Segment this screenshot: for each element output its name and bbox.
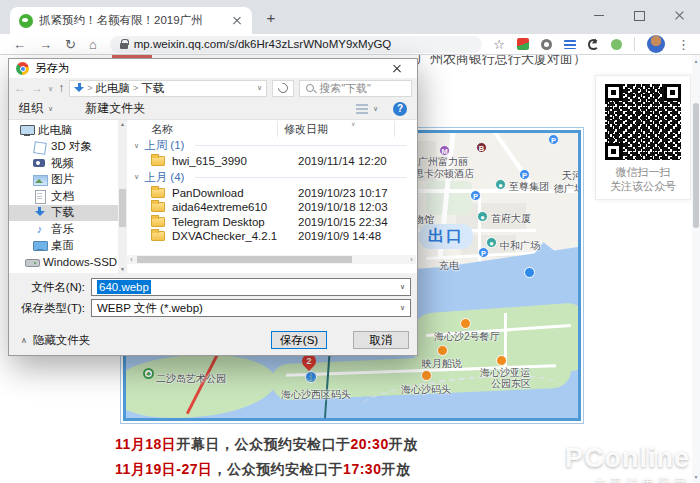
page-scrollbar-thumb[interactable] bbox=[693, 103, 699, 228]
extension-stripes-icon[interactable] bbox=[564, 40, 576, 49]
sidebar-item-downloads[interactable]: 下载 bbox=[9, 205, 127, 222]
cancel-button[interactable]: 取消 bbox=[353, 331, 409, 349]
dialog-close-icon[interactable] bbox=[384, 59, 410, 78]
extension-green-icon[interactable] bbox=[611, 39, 622, 50]
column-header-date[interactable]: 修改日期 bbox=[277, 121, 395, 137]
file-list-hscrollbar[interactable]: ‹ › bbox=[127, 255, 416, 264]
qr-card: 微信扫一扫 关注该公众号 bbox=[595, 75, 691, 200]
close-window-icon[interactable] bbox=[674, 10, 684, 20]
parking-icon: P bbox=[519, 169, 530, 180]
group-collapse-icon[interactable]: ∨ bbox=[134, 173, 139, 181]
tab-title: 抓紧预约！名额有限！2019广州 bbox=[39, 13, 221, 28]
save-button[interactable]: 保存(S) bbox=[271, 331, 327, 349]
group-header-last-week[interactable]: ∨ 上周 (1) bbox=[127, 137, 417, 154]
save-type-dropdown-icon[interactable]: ∨ bbox=[400, 304, 405, 312]
view-mode-icon[interactable] bbox=[356, 104, 368, 114]
browser-menu-icon[interactable]: ⋮ bbox=[677, 37, 690, 52]
3d-objects-icon bbox=[33, 141, 46, 153]
file-name: DXVAChecker_4.2.1 bbox=[172, 230, 298, 242]
home-icon[interactable]: ⌂ bbox=[89, 38, 97, 51]
group-collapse-icon[interactable]: ∨ bbox=[134, 142, 139, 150]
sidebar-item-3d-objects[interactable]: 3D 对象 bbox=[9, 139, 127, 156]
sidebar-item-pictures[interactable]: 图片 bbox=[9, 172, 127, 189]
nav-history-chevron-icon[interactable]: ∨ bbox=[48, 85, 53, 92]
filename-value[interactable]: 640.webp bbox=[97, 280, 151, 294]
bookmark-star-icon[interactable]: ☆ bbox=[493, 37, 505, 52]
dialog-footer: ∧ 隐藏文件夹 保存(S) 取消 bbox=[9, 330, 417, 350]
scrollbar-up-icon[interactable]: ▲ bbox=[118, 121, 127, 127]
filename-input[interactable]: 640.webp ∨ bbox=[91, 278, 411, 296]
tab-close-icon[interactable] bbox=[231, 15, 243, 27]
view-dropdown-icon[interactable]: ∨ bbox=[373, 105, 378, 113]
filename-dropdown-icon[interactable]: ∨ bbox=[400, 283, 405, 291]
search-box[interactable]: 搜索"下载" bbox=[299, 80, 412, 97]
scrollbar-down-icon[interactable]: ▼ bbox=[692, 474, 700, 480]
new-tab-button[interactable]: + bbox=[262, 9, 280, 27]
pier-icon bbox=[421, 370, 432, 381]
breadcrumb-this-pc[interactable]: 此电脑 bbox=[95, 81, 130, 96]
article-text-fragment: 广州农商银行总行大厦对面） bbox=[417, 55, 586, 68]
scrollbar-up-icon[interactable]: ▲ bbox=[692, 58, 700, 64]
schedule-text: 开幕日，公众预约安检口于 bbox=[176, 436, 350, 452]
browser-tab[interactable]: 抓紧预约！名额有限！2019广州 bbox=[10, 7, 252, 34]
extension-ring-icon[interactable] bbox=[541, 39, 552, 50]
sidebar-item-music[interactable]: ♪音乐 bbox=[9, 221, 127, 238]
new-folder-button[interactable]: 新建文件夹 bbox=[85, 100, 145, 117]
file-date: 2019/11/14 12:20 bbox=[298, 155, 387, 167]
back-icon[interactable]: ← bbox=[13, 38, 26, 51]
file-row[interactable]: PanDownload 2019/10/23 10:17 bbox=[127, 186, 417, 201]
column-header-name[interactable]: 名称 bbox=[127, 122, 277, 137]
maximize-icon[interactable] bbox=[634, 10, 644, 20]
nav-up-icon[interactable]: ↑ bbox=[58, 82, 64, 94]
qr-finder-icon bbox=[605, 84, 622, 101]
sidebar-item-this-pc[interactable]: 此电脑 bbox=[9, 122, 127, 139]
save-type-select[interactable]: WEBP 文件 (*.webp) ∨ bbox=[91, 299, 411, 317]
organize-dropdown-icon[interactable]: ∨ bbox=[48, 105, 53, 113]
extension-arrow-icon[interactable] bbox=[588, 39, 599, 50]
sidebar-scrollbar-thumb[interactable] bbox=[119, 189, 126, 227]
nav-back-icon[interactable]: ← bbox=[14, 82, 26, 94]
file-row[interactable]: DXVAChecker_4.2.1 2019/10/9 14:48 bbox=[127, 229, 417, 244]
qr-finder-icon bbox=[664, 84, 681, 101]
sidebar-item-documents[interactable]: 文档 bbox=[9, 188, 127, 205]
sidebar-label: 视频 bbox=[51, 156, 74, 171]
minimize-icon[interactable] bbox=[594, 10, 604, 20]
map-marker-2-number: 2 bbox=[302, 354, 316, 368]
breadcrumb-downloads[interactable]: 下载 bbox=[141, 81, 164, 96]
nav-forward-icon[interactable]: → bbox=[31, 82, 43, 94]
sidebar-item-desktop[interactable]: 桌面 bbox=[9, 238, 127, 255]
address-breadcrumb[interactable]: > 此电脑 > 下载 ∨ bbox=[69, 80, 267, 97]
sidebar-item-windows-ssd[interactable]: Windows-SSD (∨ bbox=[9, 254, 127, 271]
page-scrollbar[interactable]: ▲ ▼ bbox=[692, 55, 700, 483]
extension-downloader-icon[interactable] bbox=[517, 38, 529, 50]
scroll-left-icon[interactable]: ‹ bbox=[127, 255, 136, 264]
file-row[interactable]: aida64extreme610 2019/10/18 12:03 bbox=[127, 200, 417, 215]
sidebar-label: 图片 bbox=[51, 172, 74, 187]
map-label-exit: 出口 bbox=[419, 224, 473, 249]
refresh-button[interactable] bbox=[272, 80, 294, 97]
forward-icon[interactable]: → bbox=[39, 38, 52, 51]
browser-window: 抓紧预约！名额有限！2019广州 + ← → ↻ ⌂ mp.weixin.qq.… bbox=[0, 0, 700, 483]
sort-chevron-icon[interactable]: ∨ bbox=[351, 120, 355, 127]
hide-folders-button[interactable]: ∧ 隐藏文件夹 bbox=[21, 333, 90, 348]
url-text[interactable]: mp.weixin.qq.com/s/dk6Hr43zLsrWNoMY9xMyG… bbox=[134, 38, 392, 50]
organize-button[interactable]: 组织 bbox=[19, 100, 43, 117]
sidebar-item-videos[interactable]: 视频 bbox=[9, 155, 127, 172]
scrollbar-down-icon[interactable]: ▼ bbox=[118, 266, 127, 272]
group-label: 上周 (1) bbox=[144, 138, 184, 153]
wechat-favicon-icon bbox=[19, 14, 33, 28]
map-label-yayun2: 公园东区 bbox=[491, 377, 531, 391]
scroll-right-icon[interactable]: › bbox=[407, 255, 416, 264]
address-bar[interactable]: mp.weixin.qq.com/s/dk6Hr43zLsrWNoMY9xMyG… bbox=[110, 36, 482, 53]
dialog-titlebar[interactable]: 另存为 bbox=[9, 59, 417, 78]
sidebar-scrollbar[interactable]: ▲ ▼ bbox=[118, 120, 127, 273]
help-button[interactable]: ? bbox=[393, 102, 407, 116]
file-row[interactable]: hwi_615_3990 2019/11/14 12:20 bbox=[127, 154, 417, 169]
reload-icon[interactable]: ↻ bbox=[65, 38, 76, 51]
profile-avatar[interactable] bbox=[647, 35, 665, 53]
group-header-last-month[interactable]: ∨ 上月 (4) bbox=[127, 169, 417, 186]
address-dropdown-icon[interactable]: ∨ bbox=[257, 84, 262, 92]
file-row[interactable]: Telegram Desktop 2019/10/15 22:34 bbox=[127, 215, 417, 230]
hscrollbar-thumb[interactable] bbox=[137, 256, 352, 263]
folder-icon bbox=[151, 156, 165, 166]
